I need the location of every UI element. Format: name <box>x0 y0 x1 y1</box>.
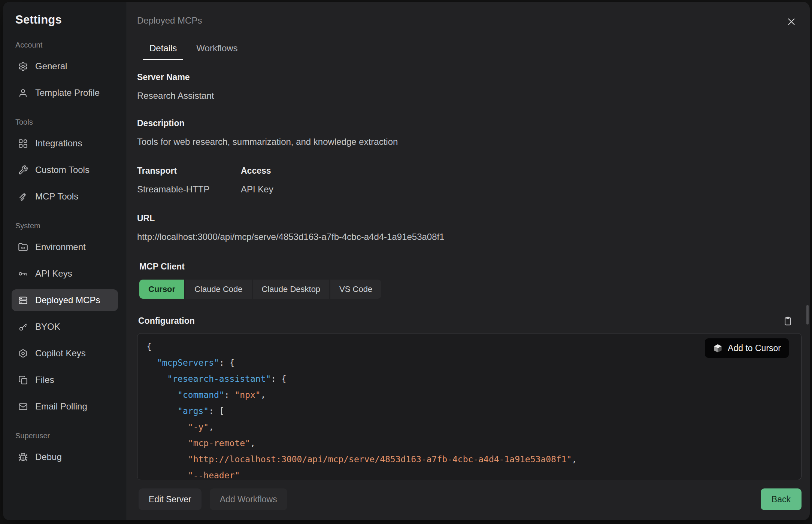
deployed-mcps-panel: Deployed MCPs DetailsWorkflows Server Na… <box>127 2 810 520</box>
sidebar-item-email-polling[interactable]: Email Polling <box>12 396 118 417</box>
sidebar-item-api-keys[interactable]: API Keys <box>12 263 118 284</box>
mcp-icon <box>18 192 28 202</box>
server-icon <box>18 295 28 305</box>
server-name-label: Server Name <box>137 72 802 82</box>
sidebar-section-label: Tools <box>15 118 118 127</box>
sidebar-nav: AccountGeneralTemplate ProfileToolsInteg… <box>12 41 118 468</box>
settings-dialog: Settings AccountGeneralTemplate ProfileT… <box>3 2 810 520</box>
files-icon <box>18 375 28 385</box>
tab-bar: DetailsWorkflows <box>137 43 802 60</box>
sidebar-item-label: Template Profile <box>35 88 100 98</box>
configuration-code-block: { "mcpServers": { "research-assistant": … <box>137 333 802 480</box>
dialog-scrollbar-thumb[interactable] <box>806 305 809 325</box>
tab-workflows[interactable]: Workflows <box>190 43 244 60</box>
mcp-client-option-cursor[interactable]: Cursor <box>139 280 184 299</box>
sidebar-item-label: Custom Tools <box>35 165 90 175</box>
sidebar-item-label: MCP Tools <box>35 191 78 202</box>
sidebar-item-files[interactable]: Files <box>12 369 118 391</box>
sidebar-item-environment[interactable]: Environment <box>12 236 118 258</box>
sidebar-item-mcp-tools[interactable]: MCP Tools <box>12 186 118 207</box>
sidebar-item-label: General <box>35 61 67 71</box>
sidebar-item-custom-tools[interactable]: Custom Tools <box>12 159 118 181</box>
add-workflows-button[interactable]: Add Workflows <box>210 488 287 510</box>
sidebar-item-label: Debug <box>35 452 62 462</box>
transport-label: Transport <box>137 166 241 176</box>
edit-server-button[interactable]: Edit Server <box>139 488 202 510</box>
sidebar-item-label: API Keys <box>35 268 72 279</box>
sidebar-item-label: BYOK <box>35 322 60 332</box>
sidebar-item-label: Environment <box>35 242 86 252</box>
user-icon <box>18 88 28 98</box>
dialog-footer: Edit Server Add Workflows Back <box>137 488 802 510</box>
sidebar-item-deployed-mcps[interactable]: Deployed MCPs <box>12 289 118 311</box>
key-round-icon <box>18 269 28 279</box>
access-value: API Key <box>241 184 273 195</box>
close-icon <box>786 16 797 27</box>
blocks-icon <box>18 138 28 149</box>
cursor-logo-icon <box>713 343 723 353</box>
copy-configuration-button[interactable] <box>782 315 793 326</box>
tab-details[interactable]: Details <box>143 43 183 60</box>
sidebar-section-label: Account <box>15 41 118 49</box>
sidebar-item-debug[interactable]: Debug <box>12 446 118 468</box>
add-to-cursor-button[interactable]: Add to Cursor <box>705 338 789 358</box>
gear-icon <box>18 61 28 71</box>
sidebar-item-label: Email Polling <box>35 401 87 412</box>
sidebar-item-label: Integrations <box>35 138 82 149</box>
add-to-cursor-label: Add to Cursor <box>728 343 781 353</box>
sidebar-title: Settings <box>15 13 118 27</box>
back-button[interactable]: Back <box>761 488 802 510</box>
url-label: URL <box>137 213 802 223</box>
configuration-json: { "mcpServers": { "research-assistant": … <box>146 339 801 480</box>
server-name-value: Research Assistant <box>137 91 802 101</box>
folder-code-icon <box>18 242 28 252</box>
hexagon-dot-icon <box>18 348 28 359</box>
sidebar-section-label: Superuser <box>15 432 118 440</box>
url-value: http://localhost:3000/api/mcp/serve/4853… <box>137 232 802 242</box>
settings-sidebar: Settings AccountGeneralTemplate ProfileT… <box>3 2 127 520</box>
description-value: Tools for web research, summarization, a… <box>137 137 802 147</box>
sidebar-item-label: Copilot Keys <box>35 348 86 359</box>
access-label: Access <box>241 166 273 176</box>
sidebar-item-label: Deployed MCPs <box>35 295 100 305</box>
sidebar-item-label: Files <box>35 375 54 385</box>
mcp-client-option-claude-code[interactable]: Claude Code <box>185 280 251 299</box>
sidebar-item-integrations[interactable]: Integrations <box>12 132 118 154</box>
sidebar-section-label: System <box>15 222 118 230</box>
description-label: Description <box>137 118 802 128</box>
mcp-client-label: MCP Client <box>139 262 802 272</box>
mail-icon <box>18 402 28 412</box>
mcp-client-option-vs-code[interactable]: VS Code <box>330 280 381 299</box>
configuration-label: Configuration <box>138 316 195 326</box>
sidebar-item-byok[interactable]: BYOK <box>12 316 118 338</box>
sidebar-item-template-profile[interactable]: Template Profile <box>12 82 118 104</box>
sidebar-item-general[interactable]: General <box>12 55 118 77</box>
wrench-icon <box>18 165 28 175</box>
key-icon <box>18 322 28 332</box>
panel-title: Deployed MCPs <box>137 15 802 26</box>
sidebar-item-copilot-keys[interactable]: Copilot Keys <box>12 342 118 364</box>
close-button[interactable] <box>785 15 798 28</box>
mcp-client-selector: CursorClaude CodeClaude DesktopVS Code <box>139 280 802 299</box>
transport-value: Streamable-HTTP <box>137 184 241 195</box>
clipboard-icon <box>783 316 793 326</box>
bug-icon <box>18 452 28 462</box>
mcp-client-option-claude-desktop[interactable]: Claude Desktop <box>253 280 330 299</box>
